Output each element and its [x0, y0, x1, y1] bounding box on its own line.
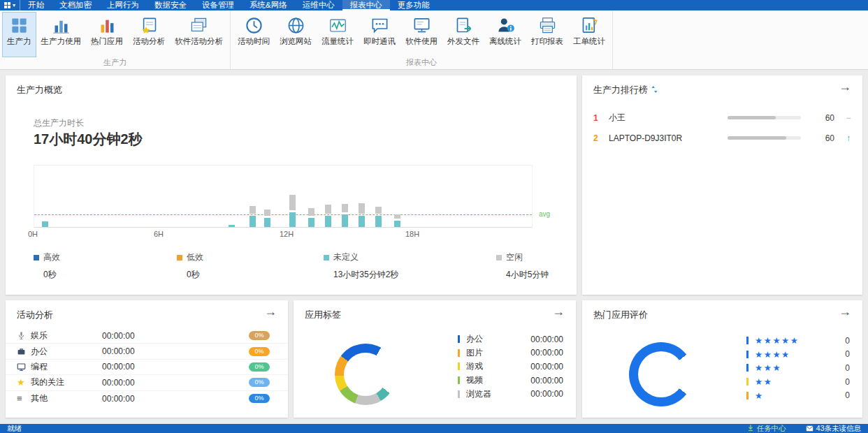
legend-tick-icon	[746, 392, 748, 399]
rating-count: 0	[845, 390, 850, 400]
ranking-row[interactable]: 1小王60−	[593, 108, 854, 128]
ribbon-item-print-reports[interactable]: 打印报表	[526, 12, 568, 57]
activity-row-office[interactable]: 办公00:00:000%	[6, 344, 288, 359]
menu-item-web-behavior[interactable]: 上网行为	[99, 0, 147, 10]
activity-row-programming[interactable]: 编程00:00:000%	[6, 360, 288, 375]
chart-bar	[289, 166, 296, 227]
x-tick-label: 12H	[280, 230, 294, 238]
activity-row-entertainment[interactable]: 娱乐00:00:000%	[6, 328, 288, 344]
ranking-progress-fill	[728, 136, 786, 140]
sort-icon[interactable]	[651, 85, 658, 96]
activity-label: 办公	[31, 346, 102, 358]
rating-row-5[interactable]: ★★★★★0	[746, 334, 850, 348]
ribbon-item-label: 热门应用	[91, 36, 123, 47]
ribbon-item-software-usage[interactable]: 软件使用	[400, 12, 442, 57]
ribbon-item-outgoing-files[interactable]: 外发文件	[442, 12, 484, 57]
bar-undefined-segment	[308, 218, 314, 227]
trend-flat-icon: −	[843, 113, 854, 123]
activity-row-other[interactable]: ≡其他00:00:000%	[6, 391, 288, 406]
statusbar-right: 任务中心 43条未读信息	[747, 424, 861, 433]
card-title: 生产力排行榜	[593, 84, 658, 96]
ribbon-item-offline-stats[interactable]: 离线统计	[484, 12, 526, 57]
rating-row-1[interactable]: ★0	[746, 388, 850, 402]
ribbon-item-label: 工单统计	[573, 36, 605, 47]
stat-label: 低效	[187, 251, 203, 263]
bar-undefined-segment	[249, 216, 256, 227]
activity-row-my-focus[interactable]: ★我的关注00:00:000%	[6, 375, 288, 390]
ribbon-item-activity-analysis[interactable]: 活动分析	[128, 12, 170, 57]
ribbon-item-instant-messaging[interactable]: 即时通讯	[359, 12, 400, 57]
card-open-arrow[interactable]: →	[264, 304, 277, 319]
menu-item-doc-encryption[interactable]: 文档加密	[52, 0, 99, 10]
x-tick-label: 6H	[154, 230, 164, 238]
menu-item-system-network[interactable]: 系统&网络	[242, 0, 295, 10]
ribbon: 生产力生产力使用热门应用活动分析软件活动分析生产力活动时间浏览网站流量统计即时通…	[0, 10, 868, 70]
caret-down-icon: ▾	[13, 3, 15, 8]
ribbon-item-work-order-stats[interactable]: 工单统计	[568, 12, 610, 57]
ranking-progress	[728, 136, 801, 140]
stat-value: 4小时5分钟	[506, 269, 549, 281]
ribbon-item-productivity-usage[interactable]: 生产力使用	[36, 12, 87, 57]
avg-label: avg	[539, 210, 550, 218]
menu-item-data-security[interactable]: 数据安全	[147, 0, 194, 10]
applabel-legend-games[interactable]: 游戏00:00:00	[458, 360, 563, 374]
chart-plot: avg	[34, 165, 533, 228]
legend-time: 00:00:00	[530, 348, 563, 358]
bar-undefined-segment	[42, 221, 48, 227]
menu-item-start[interactable]: 开始	[20, 0, 52, 10]
stat-value: 0秒	[43, 269, 60, 281]
bar-idle-segment	[325, 205, 331, 214]
applabel-legend-pictures[interactable]: 图片00:00:00	[458, 346, 563, 360]
stat-label: 空闲	[506, 251, 523, 263]
card-app-labels: 应用标签 → 办公00:00:00图片00:00:00游戏00:00:00视频0…	[294, 300, 576, 418]
legend-square-icon	[177, 255, 182, 260]
bar-undefined-segment	[264, 218, 270, 227]
legend-label: 视频	[466, 374, 530, 386]
ribbon-group-label: 报表中心	[231, 57, 612, 69]
legend-tick-icon	[746, 351, 748, 358]
ranking-row[interactable]: 2LAPTOP-D9J3IT0R60↑	[593, 128, 854, 148]
ribbon-item-software-activity-analysis[interactable]: 软件活动分析	[170, 12, 228, 57]
ribbon-item-activity-time[interactable]: 活动时间	[233, 12, 275, 57]
chart-bars-icon	[52, 16, 71, 35]
unread-messages-button[interactable]: 43条未读信息	[806, 424, 861, 433]
rating-row-3[interactable]: ★★★0	[746, 361, 850, 375]
chart-bar	[394, 166, 400, 227]
mic-icon	[17, 331, 31, 340]
menu-item-device-management[interactable]: 设备管理	[194, 0, 242, 10]
ribbon-item-productivity[interactable]: 生产力	[2, 12, 36, 57]
bar-undefined-segment	[325, 216, 331, 227]
menu-item-report-center[interactable]: 报表中心	[342, 0, 390, 10]
chart-bar	[359, 166, 365, 227]
app-menu-button[interactable]: ▾	[0, 0, 20, 10]
menu-item-ops-center[interactable]: 运维中心	[295, 0, 342, 10]
ribbon-item-traffic-stats[interactable]: 流量统计	[317, 12, 359, 57]
stat-inefficient: 低效0秒	[177, 251, 203, 281]
legend-label: 办公	[466, 333, 530, 345]
percent-badge: 0%	[249, 394, 270, 403]
chart-bar	[342, 166, 348, 227]
ribbon-item-browse-websites[interactable]: 浏览网站	[275, 12, 317, 57]
clock-icon	[245, 16, 263, 35]
menu-item-more-features[interactable]: 更多功能	[390, 0, 437, 10]
legend-tick-icon	[458, 390, 460, 398]
card-open-arrow[interactable]: →	[839, 304, 851, 319]
ribbon-group-report-center: 活动时间浏览网站流量统计即时通讯软件使用外发文件离线统计打印报表工单统计报表中心	[231, 10, 613, 69]
menu-icon: ≡	[17, 393, 31, 404]
applabel-legend-video[interactable]: 视频00:00:00	[458, 374, 563, 388]
app-labels-title: 应用标签	[305, 309, 341, 321]
card-open-arrow[interactable]: →	[552, 304, 565, 319]
applabel-legend-browser[interactable]: 浏览器00:00:00	[458, 387, 563, 401]
applabel-legend-office[interactable]: 办公00:00:00	[458, 332, 563, 346]
card-title: 活动分析	[17, 309, 53, 321]
bar-undefined-segment	[289, 212, 296, 227]
rating-row-2[interactable]: ★★0	[746, 375, 850, 389]
card-open-arrow[interactable]: →	[839, 80, 851, 94]
rank-number: 1	[593, 113, 609, 123]
bar-undefined-segment	[394, 221, 400, 227]
task-center-button[interactable]: 任务中心	[747, 424, 786, 433]
ribbon-item-top-apps[interactable]: 热门应用	[86, 12, 128, 57]
chart-bar	[42, 166, 48, 227]
rating-row-4[interactable]: ★★★★0	[746, 348, 850, 362]
ribbon-item-label: 浏览网站	[280, 36, 312, 47]
